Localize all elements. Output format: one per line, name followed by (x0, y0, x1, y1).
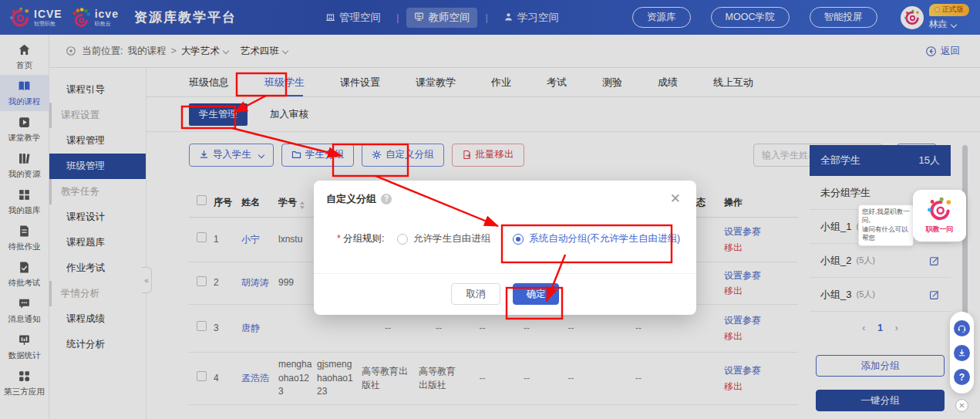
help-icon[interactable]: ? (381, 194, 392, 204)
rule-label: 分组规则: (337, 232, 384, 245)
assistant-tooltip: 您好,我是职教一问, 请问有什么可以帮您 (858, 204, 914, 246)
radio-free-join[interactable]: 允许学生自由进组 (397, 232, 490, 245)
modal-title: 自定义分组 (326, 192, 376, 206)
assistant-widget[interactable]: 职教一问 (913, 190, 966, 242)
radio-icon (397, 234, 408, 245)
custom-group-modal: 自定义分组 ? ✕ 分组规则: 允许学生自由进组 系统自动分组(不允许学生自由进… (314, 181, 696, 315)
assistant-logo-icon (927, 197, 953, 223)
close-icon[interactable]: ✕ (667, 191, 684, 207)
floating-toolbar: ? (950, 312, 974, 394)
confirm-button[interactable]: 确定 (513, 283, 559, 305)
help-center-icon[interactable]: ? (954, 369, 970, 385)
customer-service-icon[interactable] (954, 320, 970, 336)
close-toolbar-icon[interactable]: ✕ (955, 399, 968, 412)
download-center-icon[interactable] (954, 345, 970, 361)
radio-icon-selected (513, 234, 524, 245)
radio-auto-group[interactable]: 系统自动分组(不允许学生自由进组) (513, 232, 680, 245)
cancel-button[interactable]: 取消 (451, 283, 500, 305)
